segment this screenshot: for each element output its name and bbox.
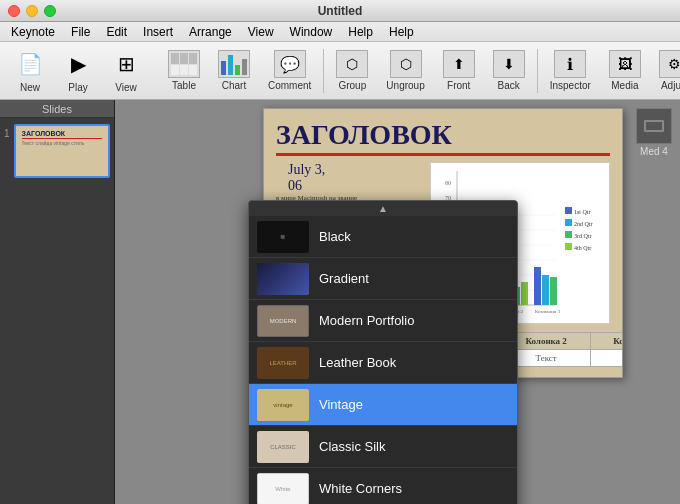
traffic-lights bbox=[8, 5, 56, 17]
theme-item-black[interactable]: ■ Black bbox=[249, 216, 517, 258]
theme-item-modern[interactable]: MODERN Modern Portfolio bbox=[249, 300, 517, 342]
theme-thumb-modern: MODERN bbox=[257, 305, 309, 337]
view-button[interactable]: ⊞ View bbox=[104, 44, 148, 97]
window-title: Untitled bbox=[318, 4, 363, 18]
comment-icon: 💬 bbox=[274, 50, 306, 78]
media-label: Media bbox=[611, 80, 638, 91]
med4-icon bbox=[636, 108, 672, 144]
theme-dropdown: ▲ ■ Black Gradient MODERN Modern Portfol… bbox=[248, 200, 518, 504]
back-button[interactable]: ⬇ Back bbox=[485, 46, 533, 95]
theme-item-gradient[interactable]: Gradient bbox=[249, 258, 517, 300]
media-icon: 🖼 bbox=[609, 50, 641, 78]
inspector-button[interactable]: ℹ Inspector bbox=[542, 46, 599, 95]
toolbar-sep3 bbox=[537, 49, 538, 93]
svg-text:3rd Qtr: 3rd Qtr bbox=[574, 233, 592, 239]
svg-rect-30 bbox=[565, 219, 572, 226]
theme-thumb-vintage: vintage bbox=[257, 389, 309, 421]
ungroup-label: Ungroup bbox=[386, 80, 424, 91]
adjust-button[interactable]: ⚙ Adjust bbox=[651, 46, 680, 95]
minimize-button[interactable] bbox=[26, 5, 38, 17]
adjust-label: Adjust bbox=[661, 80, 680, 91]
front-label: Front bbox=[447, 80, 470, 91]
view-icon: ⊞ bbox=[110, 48, 142, 80]
inspector-label: Inspector bbox=[550, 80, 591, 91]
theme-thumb-leather: LEATHER bbox=[257, 347, 309, 379]
menubar: Keynote File Edit Insert Arrange View Wi… bbox=[0, 22, 680, 42]
menu-keynote[interactable]: Keynote bbox=[4, 23, 62, 41]
maximize-button[interactable] bbox=[44, 5, 56, 17]
play-label: Play bbox=[68, 82, 87, 93]
play-icon: ▶ bbox=[62, 48, 94, 80]
svg-rect-32 bbox=[565, 231, 572, 238]
svg-text:1st Qtr: 1st Qtr bbox=[574, 209, 591, 215]
theme-thumb-black: ■ bbox=[257, 221, 309, 253]
svg-rect-28 bbox=[565, 207, 572, 214]
table-icon bbox=[168, 50, 200, 78]
new-button[interactable]: 📄 New bbox=[8, 44, 52, 97]
chart-label: Chart bbox=[222, 80, 246, 91]
front-icon: ⬆ bbox=[443, 50, 475, 78]
theme-name-white: White Corners bbox=[319, 481, 402, 496]
svg-text:2nd Qtr: 2nd Qtr bbox=[574, 221, 593, 227]
med4-svg bbox=[642, 114, 666, 138]
slide-date-text: July 3, bbox=[288, 162, 325, 177]
theme-item-vintage[interactable]: vintage Vintage bbox=[249, 384, 517, 426]
chart-button[interactable]: Chart bbox=[210, 46, 258, 95]
table-header-3: Колонка 3 bbox=[590, 333, 623, 350]
svg-rect-40 bbox=[646, 122, 662, 130]
inspector-icon: ℹ bbox=[554, 50, 586, 78]
new-icon: 📄 bbox=[14, 48, 46, 80]
table-button[interactable]: Table bbox=[160, 46, 208, 95]
front-button[interactable]: ⬆ Front bbox=[435, 46, 483, 95]
theme-item-leather[interactable]: LEATHER Leather Book bbox=[249, 342, 517, 384]
theme-thumb-classic: CLASSIC bbox=[257, 431, 309, 463]
menu-arrange[interactable]: Arrange bbox=[182, 23, 239, 41]
ungroup-button[interactable]: ⬡ Ungroup bbox=[378, 46, 432, 95]
theme-name-leather: Leather Book bbox=[319, 355, 396, 370]
close-button[interactable] bbox=[8, 5, 20, 17]
theme-item-classic[interactable]: CLASSIC Classic Silk bbox=[249, 426, 517, 468]
menu-window[interactable]: Window bbox=[283, 23, 340, 41]
med4-container: Med 4 bbox=[636, 108, 672, 157]
sidebar: Slides 1 ЗАГОЛОВОК Текст слайда vintage … bbox=[0, 100, 115, 504]
view-label: View bbox=[115, 82, 137, 93]
menu-help[interactable]: Help bbox=[341, 23, 380, 41]
media-button[interactable]: 🖼 Media bbox=[601, 46, 649, 95]
adjust-icon: ⚙ bbox=[659, 50, 680, 78]
back-label: Back bbox=[498, 80, 520, 91]
slide-underline bbox=[276, 153, 610, 156]
new-label: New bbox=[20, 82, 40, 93]
med4-label: Med 4 bbox=[640, 146, 668, 157]
toolbar-right: Table Chart 💬 Comment ⬡ Group ⬡ Ungroup … bbox=[160, 46, 680, 95]
svg-rect-27 bbox=[550, 277, 557, 305]
svg-rect-34 bbox=[565, 243, 572, 250]
menu-view[interactable]: View bbox=[241, 23, 281, 41]
menu-edit[interactable]: Edit bbox=[99, 23, 134, 41]
slide-date: July 3, 06 bbox=[276, 162, 422, 194]
svg-text:4th Qtr: 4th Qtr bbox=[574, 245, 591, 251]
main-layout: Slides 1 ЗАГОЛОВОК Текст слайда vintage … bbox=[0, 100, 680, 504]
group-button[interactable]: ⬡ Group bbox=[328, 46, 376, 95]
slide-thumbnail[interactable]: ЗАГОЛОВОК Текст слайда vintage стиль bbox=[14, 124, 110, 178]
theme-item-white[interactable]: White White Corners bbox=[249, 468, 517, 504]
group-label: Group bbox=[338, 80, 366, 91]
theme-thumb-white: White bbox=[257, 473, 309, 505]
menu-file[interactable]: File bbox=[64, 23, 97, 41]
svg-rect-25 bbox=[534, 267, 541, 305]
comment-button[interactable]: 💬 Comment bbox=[260, 46, 319, 95]
play-button[interactable]: ▶ Play bbox=[56, 44, 100, 97]
svg-text:80: 80 bbox=[445, 180, 451, 186]
theme-name-modern: Modern Portfolio bbox=[319, 313, 414, 328]
menu-help2[interactable]: Help bbox=[382, 23, 421, 41]
theme-name-vintage: Vintage bbox=[319, 397, 363, 412]
svg-rect-26 bbox=[542, 275, 549, 305]
theme-name-black: Black bbox=[319, 229, 351, 244]
titlebar: Untitled bbox=[0, 0, 680, 22]
svg-rect-24 bbox=[521, 282, 528, 305]
menu-insert[interactable]: Insert bbox=[136, 23, 180, 41]
theme-name-gradient: Gradient bbox=[319, 271, 369, 286]
table-label: Table bbox=[172, 80, 196, 91]
content-area: ▲ ■ Black Gradient MODERN Modern Portfol… bbox=[115, 100, 680, 504]
table-cell-1-3: Текст bbox=[590, 350, 623, 367]
dropdown-arrow: ▲ bbox=[249, 201, 517, 216]
